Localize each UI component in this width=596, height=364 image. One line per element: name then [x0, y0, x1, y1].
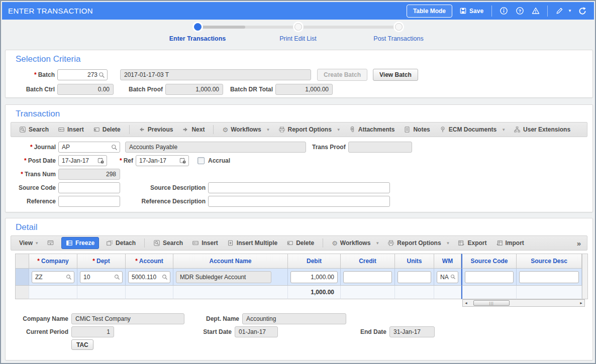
credit-input[interactable] [346, 272, 389, 283]
search-icon[interactable] [162, 274, 168, 280]
help-icon[interactable]: ? [514, 6, 525, 17]
calendar-icon[interactable] [97, 157, 105, 164]
workflows-dropdown-caret[interactable]: ▼ [266, 128, 273, 132]
detail-search-button[interactable]: Search [149, 237, 187, 249]
vertical-scrollbar[interactable] [582, 254, 588, 299]
wizard-step-dot[interactable] [395, 23, 403, 31]
company-input[interactable] [34, 272, 66, 283]
dept-input[interactable] [82, 272, 114, 283]
detail-insert-button[interactable]: Insert [188, 237, 222, 249]
ecm-documents-dropdown-caret[interactable]: ▼ [502, 128, 509, 132]
edit-dropdown-caret[interactable]: ▼ [568, 9, 572, 13]
toolbar-overflow-chevron[interactable]: » [577, 239, 583, 248]
search-icon[interactable] [114, 274, 120, 280]
report-options-dropdown-caret[interactable]: ▼ [337, 128, 344, 132]
horizontal-scrollbar[interactable]: ◄ ||| ► [462, 299, 585, 307]
column-header-account[interactable]: *Account [126, 254, 173, 269]
detail-workflows-dropdown-caret[interactable]: ▼ [375, 241, 382, 246]
account-input[interactable] [131, 272, 162, 283]
wizard-step-post-transactions[interactable]: Post Transactions [348, 20, 449, 42]
debit-cell-field[interactable] [290, 271, 338, 283]
wizard-step-enter-transactions[interactable]: Enter Transactions [147, 20, 248, 42]
report-options-button[interactable]: Report Options [274, 124, 336, 136]
column-header-account-name[interactable]: Account Name [173, 254, 288, 269]
wizard-step-print-edit-list[interactable]: Print Edit List [248, 20, 348, 42]
scroll-left-arrow[interactable]: ◄ [463, 300, 469, 306]
search-icon[interactable] [111, 144, 118, 151]
ecm-documents-button[interactable]: ECM Documents [435, 124, 501, 136]
source-description-input[interactable] [211, 183, 387, 193]
journal-field[interactable] [58, 142, 120, 153]
user-extensions-button[interactable]: User Extensions [510, 124, 574, 136]
journal-input[interactable] [61, 142, 111, 152]
column-header-units[interactable]: Units [395, 254, 434, 269]
workflows-button[interactable]: ⚙ Workflows [218, 124, 265, 136]
company-cell-field[interactable] [32, 271, 74, 283]
wm-input[interactable] [439, 272, 450, 283]
detail-report-options-button[interactable]: Report Options [383, 237, 445, 249]
detach-button[interactable]: Detach [102, 237, 140, 249]
account-cell-field[interactable] [128, 271, 170, 283]
column-header-source-desc[interactable]: Source Desc [517, 254, 582, 269]
insert-button[interactable]: Insert [54, 124, 88, 136]
search-icon[interactable] [98, 72, 105, 78]
units-input[interactable] [400, 272, 429, 283]
save-button[interactable]: Save [457, 7, 485, 15]
debit-input[interactable] [293, 272, 335, 283]
next-button[interactable]: Next [178, 124, 209, 136]
calendar-icon[interactable] [179, 157, 186, 164]
source-description-field[interactable] [208, 182, 390, 193]
units-cell-field[interactable] [398, 271, 431, 283]
batch-input[interactable] [60, 70, 98, 80]
import-button[interactable]: Import [492, 237, 528, 249]
accrual-checkbox[interactable] [197, 157, 205, 164]
column-header-wm[interactable]: WM [434, 254, 461, 269]
ref-input[interactable] [138, 156, 179, 166]
previous-button[interactable]: Previous [134, 124, 177, 136]
tac-button[interactable]: TAC [71, 339, 93, 350]
grid-data-row[interactable]: MDR Subledger Account [15, 269, 588, 286]
wm-cell-field[interactable] [437, 271, 458, 283]
refresh-icon[interactable] [577, 6, 588, 17]
source-code-field[interactable] [58, 182, 120, 193]
view-menu-button[interactable]: View [15, 237, 34, 249]
source-desc-cell-input[interactable] [522, 272, 576, 283]
table-mode-button[interactable]: Table Mode [407, 5, 452, 18]
detail-workflows-button[interactable]: ⚙ Workflows [328, 237, 374, 249]
batch-field[interactable] [57, 69, 108, 80]
detail-report-options-dropdown-caret[interactable]: ▼ [446, 241, 453, 246]
wizard-step-label[interactable]: Post Transactions [348, 35, 449, 42]
search-icon[interactable] [66, 274, 72, 280]
wizard-step-label[interactable]: Print Edit List [248, 35, 348, 42]
export-button[interactable]: Export [454, 237, 490, 249]
source-code-input[interactable] [61, 183, 118, 193]
dept-cell-field[interactable] [80, 271, 123, 283]
view-dropdown-caret[interactable]: ▼ [35, 241, 42, 246]
credit-cell-field[interactable] [343, 271, 392, 283]
scrollbar-thumb[interactable]: ||| [473, 300, 510, 306]
create-batch-button[interactable]: Create Batch [317, 69, 367, 81]
reference-description-input[interactable] [211, 196, 387, 206]
column-header-source-code[interactable]: Source Code [461, 254, 517, 269]
reference-field[interactable] [58, 196, 120, 207]
column-header-company[interactable]: *Company [29, 254, 77, 269]
filter-toggle-button[interactable] [43, 237, 58, 249]
post-date-input[interactable] [61, 156, 97, 166]
info-icon[interactable] [498, 6, 509, 17]
source-code-cell-field[interactable] [465, 271, 514, 283]
reference-input[interactable] [61, 196, 118, 206]
detail-delete-button[interactable]: Delete [282, 237, 318, 249]
wizard-step-dot[interactable] [294, 23, 302, 31]
scroll-right-arrow[interactable]: ► [578, 300, 584, 306]
column-header-credit[interactable]: Credit [341, 254, 395, 269]
column-header-debit[interactable]: Debit [288, 254, 341, 269]
wizard-step-label[interactable]: Enter Transactions [147, 35, 248, 42]
delete-button[interactable]: Delete [89, 124, 125, 136]
ref-field[interactable] [136, 155, 189, 166]
freeze-button[interactable]: Freeze [61, 237, 99, 249]
source-desc-cell-field[interactable] [519, 271, 579, 283]
warning-icon[interactable] [530, 6, 541, 17]
attachments-button[interactable]: Attachments [345, 124, 399, 136]
notes-button[interactable]: Notes [400, 124, 434, 136]
reference-description-field[interactable] [208, 196, 390, 207]
